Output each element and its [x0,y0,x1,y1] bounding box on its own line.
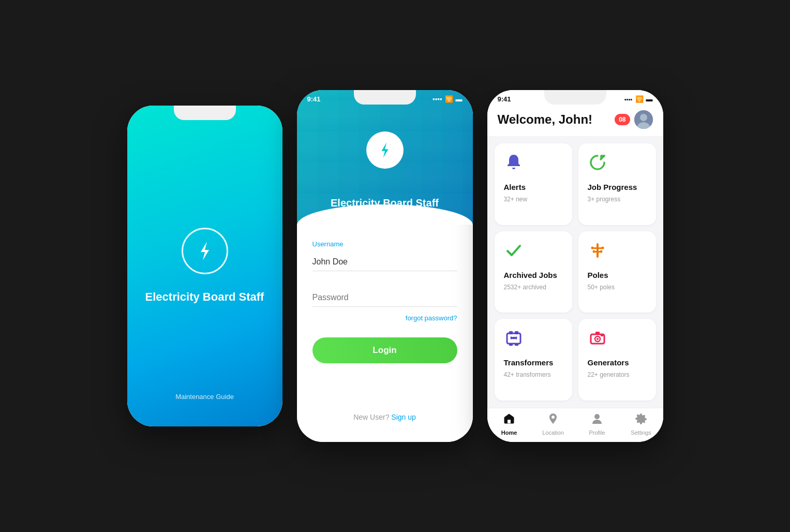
location-nav-icon [547,412,559,428]
password-input[interactable] [312,289,457,307]
poles-subtitle: 50+ poles [588,284,647,291]
svg-rect-13 [509,331,513,334]
location-nav-label: Location [542,430,564,436]
login-button[interactable]: Login [312,337,457,363]
signal-icon: ▪▪▪▪ [433,95,442,103]
new-user-label: New User? [353,413,389,421]
svg-rect-5 [597,243,599,258]
login-logo-circle [366,131,404,169]
refresh-icon [588,153,607,172]
alerts-title: Alerts [504,183,563,191]
generators-subtitle: 22+ generators [588,371,647,378]
wifi-icon: 🛜 [445,95,453,103]
bottom-nav: Home Location [487,408,663,442]
nav-settings[interactable]: Settings [619,412,663,436]
svg-rect-16 [515,344,518,346]
signup-text: New User? Sign up [312,403,457,432]
check-icon [504,241,524,260]
avatar-image [634,110,653,129]
poles-icon [588,241,647,264]
card-job-progress[interactable]: Job Progress 3+ progress [578,143,656,225]
login-status-icons: ▪▪▪▪ 🛜 ▬ [433,95,462,103]
settings-nav-icon [635,412,647,428]
dashboard-screen: 9:41 ▪▪▪▪ 🛜 ▬ Welcome, John! 08 [487,90,663,442]
nav-location[interactable]: Location [531,412,575,436]
dash-battery-icon: ▬ [646,95,653,103]
svg-point-8 [591,246,593,249]
job-progress-icon [588,153,647,176]
splash-screen: Electricity Board Staff Maintenance Guid… [127,106,282,426]
svg-point-10 [592,250,595,253]
archived-jobs-subtitle: 2532+ archived [504,284,563,291]
settings-nav-label: Settings [631,430,651,436]
svg-rect-23 [508,420,511,423]
splash-logo-circle [182,228,228,274]
forgot-password-link[interactable]: forgot password? [312,314,457,322]
alerts-subtitle: 32+ new [504,196,563,203]
dash-wifi-icon: 🛜 [635,95,644,103]
dashboard-time: 9:41 [498,95,511,103]
phones-container: Electricity Board Staff Maintenance Guid… [107,69,684,463]
svg-point-25 [594,414,600,419]
login-form: Username forgot password? Login New User… [297,225,473,442]
phone-dashboard: 9:41 ▪▪▪▪ 🛜 ▬ Welcome, John! 08 [487,90,663,442]
notch-3 [544,90,606,105]
signup-link[interactable]: Sign up [391,413,415,421]
splash-subtitle: Maintenance Guide [175,393,234,401]
dashboard-top-bar: Welcome, John! 08 [498,110,653,129]
svg-rect-20 [601,335,603,336]
home-nav-label: Home [501,430,517,436]
login-header: 9:41 ▪▪▪▪ 🛜 ▬ Electricity [297,90,473,225]
dashboard-status-icons: ▪▪▪▪ 🛜 ▬ [624,95,653,103]
profile-nav-icon [591,412,603,428]
alerts-icon [504,153,563,176]
job-progress-title: Job Progress [588,183,647,191]
card-poles[interactable]: Poles 50+ poles [578,231,656,313]
job-progress-subtitle: 3+ progress [588,196,647,203]
transformers-title: Transformers [504,358,563,367]
avatar[interactable] [634,110,653,129]
pole-icon [588,241,607,260]
notch-1 [174,106,236,120]
login-screen: 9:41 ▪▪▪▪ 🛜 ▬ Electricity [297,90,473,442]
welcome-text: Welcome, John! [498,112,593,127]
login-header-title: Electricity Board Staff [331,197,439,209]
username-input[interactable] [312,253,457,271]
svg-marker-1 [381,142,388,157]
splash-title: Electricity Board Staff [130,290,280,305]
nav-home[interactable]: Home [487,412,531,436]
card-archived-jobs[interactable]: Archived Jobs 2532+ archived [495,231,572,313]
username-label: Username [312,240,457,248]
phone-splash: Electricity Board Staff Maintenance Guid… [127,106,282,426]
generators-icon [588,328,647,352]
profile-nav-label: Profile [589,430,605,436]
generators-title: Generators [588,358,647,367]
svg-rect-15 [509,344,513,346]
svg-point-11 [600,250,602,253]
svg-point-3 [640,114,647,121]
phone-login: 9:41 ▪▪▪▪ 🛜 ▬ Electricity [297,90,473,442]
notification-badge[interactable]: 08 [615,114,630,125]
home-nav-icon [503,412,515,428]
generator-icon [588,328,607,348]
poles-title: Poles [588,271,647,279]
bolt-icon-login [376,141,394,159]
nav-profile[interactable]: Profile [575,412,619,436]
svg-rect-14 [515,331,518,334]
card-alerts[interactable]: Alerts 32+ new [495,143,572,225]
svg-point-22 [597,338,599,340]
transformers-icon [504,328,563,352]
bell-icon [504,153,524,172]
bolt-icon-splash [193,240,216,262]
login-time: 9:41 [307,95,321,103]
transformers-subtitle: 42+ transformers [504,371,563,378]
archived-jobs-title: Archived Jobs [504,271,563,279]
svg-point-24 [551,416,555,419]
battery-icon: ▬ [456,95,463,103]
archived-jobs-icon [504,241,563,264]
svg-point-9 [601,246,604,249]
card-transformers[interactable]: Transformers 42+ transformers [495,319,572,401]
header-right: 08 [615,110,652,129]
login-status-bar: 9:41 ▪▪▪▪ 🛜 ▬ [297,90,473,103]
card-generators[interactable]: Generators 22+ generators [578,319,656,401]
